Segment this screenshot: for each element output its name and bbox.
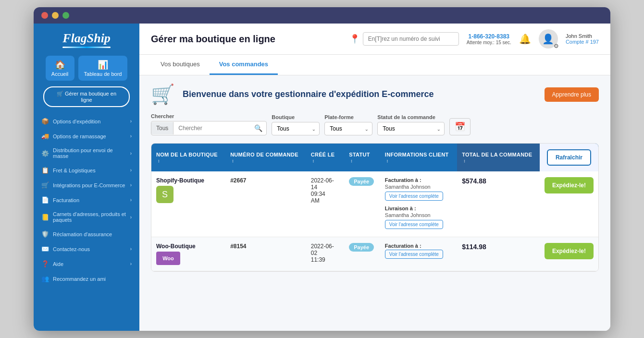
- tab-vos-commandes[interactable]: Vos commandes: [210, 55, 278, 75]
- plateforme-label: Plate-forme: [324, 114, 372, 120]
- sidebar-item-options-expedition[interactable]: 📦 Options d'expédition ›: [34, 114, 139, 129]
- track-section: 📍: [349, 32, 459, 46]
- table-header-row: NOM DE LA BOUTIQUE ↕ NUMÉRO DE COMMANDE …: [151, 144, 598, 171]
- welcome-text: Bienvenue dans votre gestionnaire d'expé…: [183, 89, 537, 99]
- chevron-icon: ›: [130, 151, 132, 156]
- plateforme-select[interactable]: Tous: [324, 122, 372, 135]
- sidebar-item-carnets[interactable]: 📒 Carnets d'adresses, produits et paquet…: [34, 207, 139, 227]
- chercher-label: Chercher: [151, 113, 267, 119]
- status-cell: Payée: [344, 171, 380, 237]
- plateforme-group: Plate-forme Tous: [324, 114, 372, 135]
- orders-table: NOM DE LA BOUTIQUE ↕ NUMÉRO DE COMMANDE …: [151, 144, 598, 271]
- phone-section: 1-866-320-8383 Attente moy.: 15 sec.: [467, 33, 511, 45]
- logo-underline: [62, 47, 111, 48]
- chevron-icon: ›: [130, 197, 132, 203]
- refresh-button[interactable]: Rafraîchir: [547, 149, 591, 166]
- boutique-label: Boutique: [272, 114, 320, 120]
- chercher-group: Chercher Tous 🔍: [151, 113, 267, 135]
- search-prefix: Tous: [151, 122, 173, 134]
- sidebar-logo: FlagShip: [62, 31, 111, 48]
- sidebar-item-options-ramassage[interactable]: 🚚 Options de ramassage ›: [34, 129, 139, 144]
- sidebar: FlagShip 🏠 Accueil 📊 Tableau de bord 🛒 G…: [34, 24, 139, 331]
- boutique-select[interactable]: Tous: [272, 122, 320, 135]
- total-cell: $574.88: [457, 171, 540, 237]
- sidebar-item-facturation[interactable]: 📄 Facturation ›: [34, 193, 139, 207]
- welcome-banner: 🛒 Bienvenue dans votre gestionnaire d'ex…: [151, 83, 599, 106]
- statut-label: Statut de la commande: [377, 114, 445, 120]
- freight-icon: 📋: [41, 167, 49, 174]
- close-dot[interactable]: [41, 12, 48, 19]
- sort-icon: ↕: [350, 158, 353, 163]
- billing-address-button[interactable]: Voir l'adresse complète: [385, 192, 443, 201]
- order-number: #2667: [230, 177, 246, 184]
- main-content: Gérer ma boutique en ligne 📍 1-866-320-8…: [139, 24, 610, 331]
- sidebar-item-fret[interactable]: 📋 Fret & Logistiques ›: [34, 163, 139, 178]
- nav-tableau-button[interactable]: 📊 Tableau de bord: [78, 56, 128, 81]
- manage-store-button[interactable]: 🛒 Gérer ma boutique en ligne: [43, 86, 130, 107]
- delivery-name: Samantha Johnson: [385, 212, 452, 218]
- location-icon: 📍: [349, 34, 360, 44]
- shop-name: Woo-Boutique: [156, 243, 221, 250]
- integrations-icon: 🛒: [41, 181, 49, 189]
- minimize-dot[interactable]: [52, 12, 59, 19]
- sidebar-item-distribution[interactable]: ⚙️ Distribution pour envoi de masse ›: [34, 144, 139, 163]
- chevron-icon: ›: [130, 133, 132, 139]
- sort-icon: ↕: [463, 158, 466, 163]
- user-avatar-icon: 👤: [542, 33, 554, 45]
- nav-accueil-button[interactable]: 🏠 Accueil: [46, 56, 74, 81]
- status-cell: Payée: [344, 237, 380, 271]
- col-cree-le: CRÉÉ LE ↕: [306, 144, 345, 171]
- logo-text: FlagShip: [62, 31, 111, 46]
- chevron-icon: ›: [130, 168, 132, 173]
- col-info-client: INFORMATIONS CLIENT ↕: [380, 144, 457, 171]
- distribution-icon: ⚙️: [41, 150, 49, 157]
- sidebar-item-reclamation[interactable]: 🛡️ Réclamation d'assurance: [34, 227, 139, 241]
- actions-cell: Expédiez-le!: [540, 171, 598, 237]
- client-info-cell: Facturation à : Voir l'adresse complète: [380, 237, 457, 271]
- search-button[interactable]: 🔍: [250, 121, 266, 135]
- maximize-dot[interactable]: [62, 12, 69, 19]
- col-nom-boutique: NOM DE LA BOUTIQUE ↕: [151, 144, 225, 171]
- sidebar-item-recommandez[interactable]: 👥 Recommandez un ami: [34, 271, 139, 286]
- shop-cell: Woo-Boutique Woo: [151, 237, 225, 271]
- col-total: TOTAL DE LA COMMANDE ↕: [457, 144, 540, 171]
- order-number: #8154: [230, 243, 246, 250]
- status-badge: Payée: [349, 243, 374, 252]
- ship-button[interactable]: Expédiez-le!: [545, 243, 594, 259]
- billing-label: Facturation à :: [385, 243, 452, 249]
- phone-number: 1-866-320-8383: [467, 33, 511, 40]
- sidebar-item-integrations[interactable]: 🛒 Intégrations pour E-Commerce ›: [34, 178, 139, 193]
- ship-button[interactable]: Expédiez-le!: [545, 177, 594, 193]
- chevron-icon: ›: [130, 182, 132, 188]
- chevron-icon: ›: [130, 261, 132, 266]
- calendar-button[interactable]: 📅: [449, 118, 471, 135]
- sidebar-item-aide[interactable]: ❓ Aide ›: [34, 256, 139, 271]
- shop-name: Shopify-Boutique: [156, 177, 221, 184]
- tab-vos-boutiques[interactable]: Vos boutiques: [151, 55, 210, 75]
- user-account: Compte # 197: [566, 39, 599, 45]
- search-input[interactable]: [173, 122, 250, 134]
- home-icon: 🏠: [51, 60, 69, 70]
- statut-select[interactable]: Tous: [377, 122, 445, 135]
- client-info-cell: Facturation à : Samantha Johnson Voir l'…: [380, 171, 457, 237]
- billing-icon: 📄: [41, 196, 49, 204]
- cart-icon: 🛒: [151, 83, 175, 106]
- learn-more-button[interactable]: Apprendre plus: [545, 87, 599, 102]
- col-statut: STATUT ↕: [344, 144, 380, 171]
- table-row: Shopify-Boutique S #2667 2022-06-14 09:3…: [151, 171, 598, 237]
- billing-address-button[interactable]: Voir l'adresse complète: [385, 250, 443, 259]
- boutique-select-wrap: Tous: [272, 122, 320, 135]
- avatar[interactable]: 👤 ⚙: [539, 29, 558, 48]
- tracking-input[interactable]: [363, 32, 459, 46]
- shop-cell: Shopify-Boutique S: [151, 171, 225, 237]
- order-num-cell: #8154: [225, 237, 306, 271]
- status-badge: Payée: [349, 177, 374, 186]
- topbar: Gérer ma boutique en ligne 📍 1-866-320-8…: [139, 24, 610, 55]
- user-info: John Smith Compte # 197: [566, 33, 599, 45]
- delivery-address-button[interactable]: Voir l'adresse complète: [385, 220, 443, 229]
- shipping-icon: 📦: [41, 118, 49, 125]
- sidebar-item-contact[interactable]: ✉️ Contactez-nous ›: [34, 241, 139, 256]
- notification-bell-icon[interactable]: 🔔: [519, 33, 531, 45]
- client-info: Facturation à : Samantha Johnson Voir l'…: [385, 177, 452, 231]
- page-title: Gérer ma boutique en ligne: [151, 33, 342, 45]
